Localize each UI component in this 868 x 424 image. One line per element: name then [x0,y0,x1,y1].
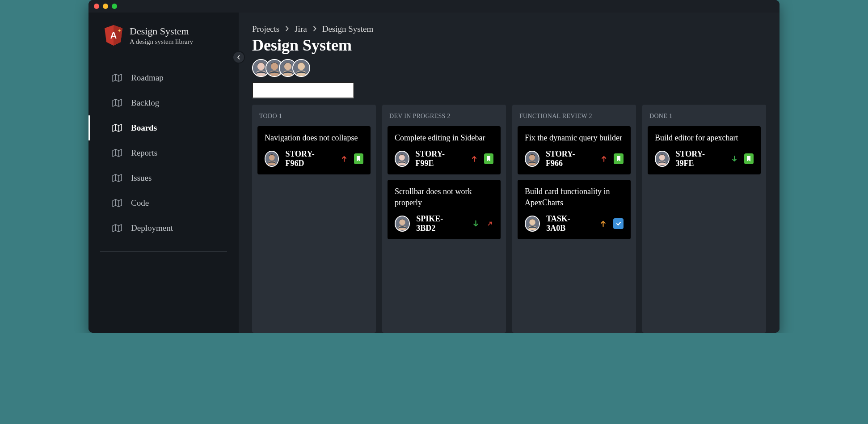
priority-icon [599,220,607,228]
column-title: DEV IN PROGRESS 2 [388,110,501,126]
card-title: Build editor for apexchart [655,132,754,143]
story-type-icon [484,153,493,164]
search-input[interactable] [252,82,354,98]
sidebar-nav: RoadmapBacklogBoardsReportsIssuesCodeDep… [88,65,239,241]
team-avatar[interactable] [292,59,310,77]
card-footer: STORY-F96D [265,149,363,168]
angular-logo-icon: A✦ [105,25,122,46]
breadcrumb: ProjectsJiraDesign System [252,24,766,34]
sidebar-item-label: Issues [131,173,152,183]
sidebar-item-deployment[interactable]: Deployment [88,216,239,241]
svg-text:✦: ✦ [118,28,121,33]
sidebar-item-issues[interactable]: Issues [88,165,239,191]
svg-point-15 [399,155,405,161]
assignee-avatar[interactable] [525,216,540,232]
team-avatars [252,59,766,77]
svg-point-23 [659,155,665,161]
board-card[interactable]: Complete editing in Sidebar STORY-F99E [388,126,501,174]
app-window: A✦ Design System A design system library… [88,0,780,333]
minimize-window-button[interactable] [103,4,108,9]
sidebar-item-label: Roadmap [131,73,164,83]
card-footer: SPIKE-3BD2 [395,214,493,233]
sidebar-item-roadmap[interactable]: Roadmap [88,65,239,90]
page-title: Design System [252,36,766,55]
card-title: Fix the dynamic query builder [525,132,624,143]
board-card[interactable]: Scrollbar does not work properly SPIKE-3… [388,180,501,239]
breadcrumb-item[interactable]: Design System [322,24,374,34]
card-footer: STORY-F99E [395,149,493,168]
priority-icon [600,155,607,163]
priority-icon [341,155,348,163]
project-desc: A design system library [130,38,193,46]
ticket-id: STORY-F96D [285,149,328,168]
assignee-avatar[interactable] [265,151,279,167]
card-title: Navigation does not collapse [265,132,363,143]
priority-icon [731,155,738,163]
story-type-icon [614,153,624,164]
column-title: FUNCTIONAL REVIEW 2 [518,110,631,126]
svg-point-9 [284,63,291,70]
card-title: Scrollbar does not work properly [395,186,493,208]
svg-point-13 [269,155,275,161]
story-type-icon [744,153,754,164]
board-card[interactable]: Build editor for apexchart STORY-39FE [648,126,761,174]
ticket-id: SPIKE-3BD2 [416,214,459,233]
map-icon [112,199,122,207]
ticket-id: STORY-F966 [546,149,588,168]
map-icon [112,149,122,157]
svg-point-5 [257,63,265,70]
board-card[interactable]: Build card functionality in ApexCharts T… [518,180,631,239]
priority-icon [472,220,480,228]
map-icon [112,99,122,107]
story-type-icon [354,153,363,164]
board-column: DONE 1 Build editor for apexchart STORY-… [642,105,766,333]
board-column: FUNCTIONAL REVIEW 2 Fix the dynamic quer… [512,105,636,333]
sidebar-item-boards[interactable]: Boards [88,115,239,140]
priority-icon [471,155,478,163]
card-title: Complete editing in Sidebar [395,132,493,143]
maximize-window-button[interactable] [112,4,117,9]
sidebar-divider [100,251,227,252]
assignee-avatar[interactable] [395,216,410,232]
assignee-avatar[interactable] [525,151,539,167]
map-icon [112,224,122,232]
card-footer: STORY-F966 [525,149,624,168]
svg-point-17 [399,219,405,225]
board-card[interactable]: Navigation does not collapse STORY-F96D [257,126,371,174]
ticket-id: STORY-39FE [676,149,718,168]
sidebar-item-label: Reports [131,148,157,158]
sidebar-item-reports[interactable]: Reports [88,140,239,165]
board-card[interactable]: Fix the dynamic query builder STORY-F966 [518,126,631,174]
column-title: TODO 1 [257,110,371,126]
board-column: TODO 1 Navigation does not collapse STOR… [252,105,376,333]
window-titlebar [88,0,780,13]
breadcrumb-item[interactable]: Projects [252,24,279,34]
card-title: Build card functionality in ApexCharts [525,186,624,208]
sidebar-item-label: Code [131,198,149,208]
spike-type-icon [486,220,493,228]
column-title: DONE 1 [648,110,761,126]
map-icon [112,124,122,132]
svg-point-19 [529,155,535,161]
close-window-button[interactable] [94,4,99,9]
sidebar-item-label: Backlog [131,98,159,108]
sidebar: A✦ Design System A design system library… [88,13,239,333]
ticket-id: STORY-F99E [416,149,458,168]
sidebar-item-backlog[interactable]: Backlog [88,90,239,115]
sidebar-item-label: Boards [131,123,157,133]
svg-point-7 [271,63,278,70]
chevron-right-icon [285,24,289,34]
breadcrumb-item[interactable]: Jira [295,24,307,34]
sidebar-collapse-button[interactable] [232,51,245,64]
task-type-icon [613,218,624,229]
map-icon [112,174,122,182]
traffic-lights [94,4,117,9]
svg-point-11 [298,63,305,70]
map-icon [112,74,122,82]
card-footer: STORY-39FE [655,149,754,168]
kanban-board: TODO 1 Navigation does not collapse STOR… [252,105,766,333]
assignee-avatar[interactable] [395,151,409,167]
assignee-avatar[interactable] [655,151,670,167]
sidebar-item-code[interactable]: Code [88,191,239,216]
chevron-right-icon [312,24,317,34]
